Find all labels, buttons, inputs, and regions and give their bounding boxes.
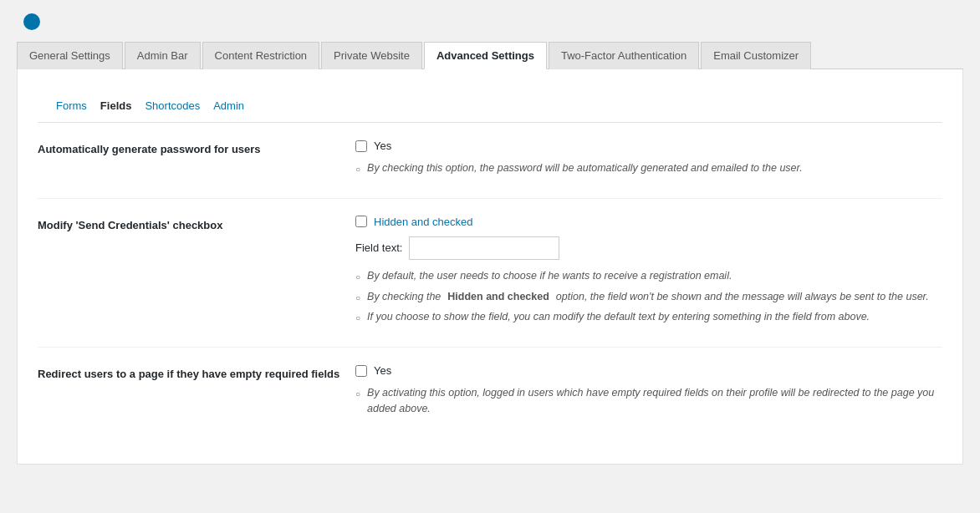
hint-list-modify-send-credentials: By default, the user needs to choose if …: [355, 268, 942, 325]
checkbox-label-redirect-users-empty-fields: Yes: [374, 364, 391, 377]
setting-control-modify-send-credentials: Hidden and checkedField text:By default,…: [355, 216, 942, 330]
main-content: FormsFieldsShortcodesAdmin Automatically…: [17, 69, 963, 465]
page-title-row: [17, 13, 963, 30]
sub-tab-admin[interactable]: Admin: [207, 96, 251, 115]
setting-label-redirect-users-empty-fields: Redirect users to a page if they have em…: [38, 364, 355, 383]
field-text-row-modify-send-credentials: Field text:: [355, 236, 942, 260]
checkbox-auto-generate-password[interactable]: [355, 140, 367, 152]
setting-row-auto-generate-password: Automatically generate password for user…: [38, 123, 942, 199]
tab-private-website[interactable]: Private Website: [321, 42, 422, 69]
page-wrapper: General SettingsAdmin BarContent Restric…: [0, 0, 980, 513]
tab-email-customizer[interactable]: Email Customizer: [701, 42, 811, 69]
checkbox-label-auto-generate-password: Yes: [374, 140, 391, 152]
setting-label-auto-generate-password: Automatically generate password for user…: [38, 140, 355, 158]
tab-admin-bar[interactable]: Admin Bar: [125, 42, 201, 69]
tab-general-settings[interactable]: General Settings: [17, 42, 123, 69]
setting-control-auto-generate-password: YesBy checking this option, the password…: [355, 140, 942, 181]
setting-label-modify-send-credentials: Modify 'Send Credentials' checkbox: [38, 216, 355, 234]
checkbox-row-modify-send-credentials: Hidden and checked: [355, 216, 942, 228]
hint-auto-generate-password-0: By checking this option, the password wi…: [355, 160, 942, 176]
setting-row-modify-send-credentials: Modify 'Send Credentials' checkboxHidden…: [38, 199, 942, 348]
checkbox-label-modify-send-credentials: Hidden and checked: [374, 216, 473, 228]
hint-modify-send-credentials-2: If you choose to show the field, you can…: [355, 309, 942, 325]
setting-control-redirect-users-empty-fields: YesBy activating this option, logged in …: [355, 364, 942, 422]
sub-tabs: FormsFieldsShortcodesAdmin: [38, 86, 942, 123]
checkbox-redirect-users-empty-fields[interactable]: [355, 365, 367, 377]
tabs-bar: General SettingsAdmin BarContent Restric…: [17, 42, 963, 69]
sub-tab-fields[interactable]: Fields: [94, 96, 139, 115]
hint-redirect-users-empty-fields-0: By activating this option, logged in use…: [355, 385, 942, 417]
hint-list-auto-generate-password: By checking this option, the password wi…: [355, 160, 942, 176]
hint-modify-send-credentials-1: By checking the Hidden and checked optio…: [355, 289, 942, 305]
checkbox-row-redirect-users-empty-fields: Yes: [355, 364, 942, 377]
hint-list-redirect-users-empty-fields: By activating this option, logged in use…: [355, 385, 942, 417]
sub-tab-shortcodes[interactable]: Shortcodes: [138, 96, 207, 115]
tab-advanced-settings[interactable]: Advanced Settings: [424, 42, 547, 69]
setting-row-redirect-users-empty-fields: Redirect users to a page if they have em…: [38, 348, 942, 439]
tab-content-restriction[interactable]: Content Restriction: [202, 42, 320, 69]
help-icon[interactable]: [23, 13, 40, 30]
checkbox-modify-send-credentials[interactable]: [355, 216, 367, 227]
sub-tab-forms[interactable]: Forms: [49, 96, 94, 115]
field-text-input-modify-send-credentials[interactable]: [409, 236, 559, 260]
tab-two-factor-authentication[interactable]: Two-Factor Authentication: [549, 42, 699, 69]
settings-rows: Automatically generate password for user…: [38, 123, 942, 439]
field-text-label-modify-send-credentials: Field text:: [355, 241, 402, 254]
hint-modify-send-credentials-0: By default, the user needs to choose if …: [355, 268, 942, 284]
checkbox-row-auto-generate-password: Yes: [355, 140, 942, 152]
